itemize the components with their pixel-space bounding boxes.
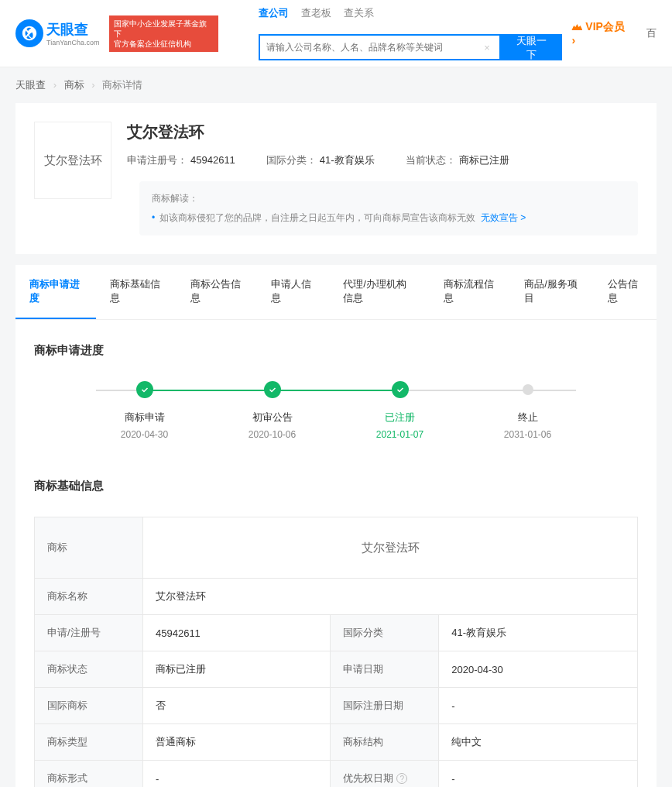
trademark-image: 艾尔登法环 [34, 122, 111, 199]
section-basic-title: 商标基础信息 [34, 479, 638, 493]
table-value: 普通商标 [143, 724, 331, 761]
table-label: 申请/注册号 [35, 615, 143, 651]
basic-info-table: 商标艾尔登法环商标名称艾尔登法环申请/注册号45942611国际分类41-教育娱… [34, 517, 638, 787]
table-label: 申请日期 [331, 651, 439, 688]
table-value: 41-教育娱乐 [439, 615, 638, 651]
trademark-small-image: 艾尔登法环 [340, 528, 441, 567]
tab-7[interactable]: 公告信息 [594, 265, 657, 319]
table-value: 45942611 [143, 615, 331, 651]
table-label: 商标形式 [35, 761, 143, 788]
header: 天眼查 TianYanCha.com 国家中小企业发展子基金旗下 官方备案企业征… [0, 0, 672, 67]
progress-step-3: 终止2031-01-06 [464, 381, 591, 440]
progress-step-0: 商标申请2020-04-30 [81, 381, 208, 440]
tab-5[interactable]: 商标流程信息 [430, 265, 510, 319]
logo[interactable]: 天眼查 TianYanCha.com [15, 19, 100, 47]
tab-2[interactable]: 商标公告信息 [177, 265, 257, 319]
logo-text: 天眼查 [46, 20, 100, 39]
clear-icon[interactable]: × [481, 42, 493, 53]
search-tab-boss[interactable]: 查老板 [301, 6, 331, 20]
table-value: 艾尔登法环 [143, 517, 638, 579]
invalid-declare-link[interactable]: 无效宣告 > [481, 212, 526, 223]
table-value: - [439, 761, 638, 788]
table-value: 纯中文 [439, 724, 638, 761]
table-label: 国际分类 [331, 615, 439, 651]
tab-0[interactable]: 商标申请进度 [15, 265, 96, 319]
table-label: 商标状态 [35, 651, 143, 688]
table-value: - [439, 688, 638, 724]
breadcrumb-trademark[interactable]: 商标 [64, 79, 84, 91]
breadcrumb-home[interactable]: 天眼查 [15, 79, 46, 91]
search-box: × [259, 34, 501, 60]
table-label: 商标 [35, 517, 143, 579]
tab-4[interactable]: 代理/办理机构信息 [329, 265, 430, 319]
table-value: 2020-04-30 [439, 651, 638, 688]
progress-step-2: 已注册2021-01-07 [336, 381, 464, 440]
breadcrumb-current: 商标详情 [102, 79, 142, 91]
trademark-title: 艾尔登法环 [127, 122, 638, 143]
progress-step-1: 初审公告2020-10-06 [208, 381, 336, 440]
table-value: 艾尔登法环 [143, 579, 638, 615]
logo-subtext: TianYanCha.com [46, 39, 100, 46]
trademark-note: 商标解读： •如该商标侵犯了您的品牌，自注册之日起五年内，可向商标局宣告该商标无… [139, 181, 638, 235]
table-value: 商标已注册 [143, 651, 331, 688]
progress-bar: 商标申请2020-04-30初审公告2020-10-06已注册2021-01-0… [34, 381, 638, 440]
search-tab-relation[interactable]: 查关系 [344, 6, 374, 20]
breadcrumb: 天眼查 › 商标 › 商标详情 [0, 67, 672, 103]
table-label: 商标名称 [35, 579, 143, 615]
table-label: 优先权日期? [331, 761, 439, 788]
table-label: 国际注册日期 [331, 688, 439, 724]
tabs: 商标申请进度商标基础信息商标公告信息申请人信息代理/办理机构信息商标流程信息商品… [15, 265, 657, 320]
reg-no: 45942611 [190, 154, 235, 166]
search-input[interactable] [266, 42, 481, 53]
table-label: 国际商标 [35, 688, 143, 724]
official-badge: 国家中小企业发展子基金旗下 官方备案企业征信机构 [109, 15, 218, 52]
section-progress-title: 商标申请进度 [34, 343, 638, 358]
header-extra[interactable]: 百 [646, 26, 657, 40]
table-value: - [143, 761, 331, 788]
trademark-card: 艾尔登法环 艾尔登法环 申请注册号：45942611 国际分类：41-教育娱乐 … [15, 103, 657, 254]
table-label: 商标类型 [35, 724, 143, 761]
crown-icon [571, 22, 582, 30]
tab-1[interactable]: 商标基础信息 [96, 265, 177, 319]
content: 商标申请进度 商标申请2020-04-30初审公告2020-10-06已注册20… [15, 320, 657, 787]
tab-6[interactable]: 商品/服务项目 [510, 265, 593, 319]
status: 商标已注册 [459, 154, 509, 166]
intl-class: 41-教育娱乐 [320, 154, 375, 166]
logo-icon [15, 19, 43, 47]
search-button[interactable]: 天眼一下 [501, 34, 563, 60]
table-value: 否 [143, 688, 331, 724]
table-label: 商标结构 [331, 724, 439, 761]
tab-3[interactable]: 申请人信息 [257, 265, 329, 319]
vip-link[interactable]: VIP会员 › [571, 20, 631, 46]
search-tabs: 查公司 查老板 查关系 [259, 6, 563, 20]
help-icon[interactable]: ? [396, 773, 407, 784]
search-tab-company[interactable]: 查公司 [259, 6, 289, 20]
